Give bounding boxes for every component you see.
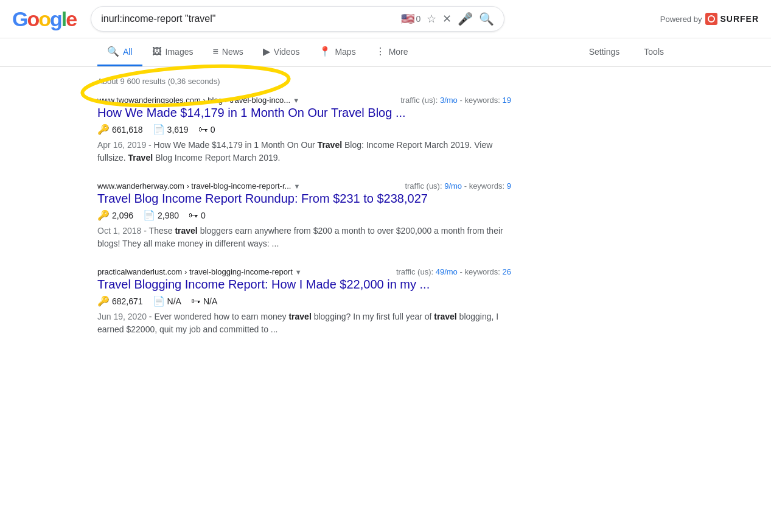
result-url-text-3: practicalwanderlust.com › travel-bloggin…	[97, 267, 293, 276]
result-item-1: www.twowanderingsoles.com › blog › trave…	[97, 96, 511, 164]
surfer-text: SURFER	[720, 14, 759, 24]
tab-tools[interactable]: Tools	[634, 40, 674, 66]
metric-keywords-3: 🗝 N/A	[191, 296, 217, 307]
search-icon: 🔍	[107, 46, 119, 57]
surfer-icon-inner	[708, 15, 715, 23]
result-metrics-3: 🔑 682,671 📄 N/A 🗝 N/A	[97, 295, 511, 307]
result-keywords-link-3[interactable]: 26	[503, 267, 511, 276]
result-url-text-2: www.wanderherway.com › travel-blog-incom…	[97, 181, 291, 191]
result-snippet-2: Oct 1, 2018 - These travel bloggers earn…	[97, 225, 511, 250]
metric-keywords-1: 🗝 0	[198, 124, 215, 135]
tab-news[interactable]: ≡ News	[203, 39, 253, 66]
tab-settings[interactable]: Settings	[579, 40, 630, 66]
result-traffic-link-3[interactable]: 49/mo	[436, 267, 458, 276]
flag-count: 0	[416, 14, 420, 24]
tab-images[interactable]: 🖼 Images	[142, 39, 203, 66]
header: Google 🇺🇸 0 ☆ ✕ 🎤 🔍 Powered by SURFER	[0, 0, 771, 38]
tab-maps[interactable]: 📍 Maps	[309, 38, 365, 66]
golden-key-icon-3: 🗝	[191, 296, 201, 307]
metric-pages-3: 📄 N/A	[153, 295, 181, 307]
tab-all[interactable]: 🔍 All	[97, 38, 142, 66]
key-icon-2: 🔑	[97, 209, 110, 221]
pages-icon-1: 📄	[153, 124, 165, 135]
result-url-chevron-3[interactable]: ▼	[295, 268, 302, 276]
result-traffic-link-1[interactable]: 3/mo	[440, 96, 458, 105]
search-bar: 🇺🇸 0 ☆ ✕ 🎤 🔍	[91, 6, 504, 32]
metric-vol-value-3: 682,671	[112, 296, 143, 306]
result-url-3: practicalwanderlust.com › travel-bloggin…	[97, 267, 302, 276]
search-bar-wrapper: 🇺🇸 0 ☆ ✕ 🎤 🔍	[91, 6, 504, 32]
us-flag-icon: 🇺🇸	[401, 12, 414, 26]
metric-keywords-value-1: 0	[211, 125, 215, 135]
result-metrics-2: 🔑 2,096 📄 2,980 🗝 0	[97, 209, 511, 221]
result-traffic-2: traffic (us): 9/mo - keywords: 9	[405, 181, 511, 191]
images-icon: 🖼	[152, 46, 162, 57]
powered-by-surfer: Powered by SURFER	[660, 13, 759, 25]
surfer-logo: SURFER	[705, 13, 759, 25]
tab-more[interactable]: ⋮ More	[366, 38, 418, 66]
metric-vol-value-2: 2,096	[112, 211, 133, 220]
tab-maps-label: Maps	[335, 47, 355, 57]
tab-more-label: More	[389, 47, 408, 57]
metric-search-vol-2: 🔑 2,096	[97, 209, 133, 221]
result-url-chevron-1[interactable]: ▼	[293, 97, 299, 104]
result-snippet-1: Apr 16, 2019 - How We Made $14,179 in 1 …	[97, 139, 511, 164]
result-item-2: www.wanderherway.com › travel-blog-incom…	[97, 181, 511, 250]
metric-pages-2: 📄 2,980	[143, 209, 179, 221]
flag-badge: 🇺🇸 0	[401, 12, 420, 26]
result-metrics-1: 🔑 661,618 📄 3,619 🗝 0	[97, 124, 511, 135]
result-url-2: www.wanderherway.com › travel-blog-incom…	[97, 181, 300, 191]
metric-vol-value-1: 661,618	[112, 125, 143, 135]
search-bar-icons: 🇺🇸 0 ☆ ✕ 🎤 🔍	[401, 12, 494, 26]
clear-button[interactable]: ✕	[442, 12, 452, 26]
result-traffic-3: traffic (us): 49/mo - keywords: 26	[396, 267, 511, 276]
surfer-icon	[705, 13, 717, 25]
key-icon-1: 🔑	[97, 124, 110, 135]
result-title-3[interactable]: Travel Blogging Income Report: How I Mad…	[97, 278, 511, 292]
maps-icon: 📍	[319, 46, 331, 57]
powered-by-label: Powered by	[660, 15, 702, 24]
tab-news-label: News	[222, 47, 243, 57]
result-url-line-1: www.twowanderingsoles.com › blog › trave…	[97, 96, 511, 105]
metric-search-vol-1: 🔑 661,618	[97, 124, 143, 135]
result-keywords-link-1[interactable]: 19	[503, 96, 511, 105]
result-snippet-3: Jun 19, 2020 - Ever wondered how to earn…	[97, 310, 511, 336]
results-count-wrapper: About 9 600 results (0,36 seconds)	[97, 77, 511, 86]
bookmark-button[interactable]: ☆	[427, 12, 436, 26]
result-traffic-1: traffic (us): 3/mo - keywords: 19	[400, 96, 511, 105]
search-input[interactable]	[101, 13, 396, 24]
result-keywords-link-2[interactable]: 9	[507, 181, 511, 191]
tools-label: Tools	[644, 47, 664, 57]
result-url-1: www.twowanderingsoles.com › blog › trave…	[97, 96, 299, 105]
news-icon: ≡	[212, 46, 218, 57]
metric-search-vol-3: 🔑 682,671	[97, 295, 143, 307]
result-traffic-link-2[interactable]: 9/mo	[444, 181, 462, 191]
metric-pages-value-3: N/A	[167, 296, 181, 306]
tab-videos[interactable]: ▶ Videos	[253, 38, 310, 66]
nav-tabs: 🔍 All 🖼 Images ≡ News ▶ Videos 📍 Maps ⋮ …	[0, 38, 771, 67]
result-item-3: practicalwanderlust.com › travel-bloggin…	[97, 267, 511, 336]
tab-all-label: All	[123, 47, 133, 57]
results-count-text: About 9 600 results (0,36 seconds)	[97, 77, 220, 86]
result-url-text-1: www.twowanderingsoles.com › blog › trave…	[97, 96, 290, 105]
results-area: About 9 600 results (0,36 seconds) www.t…	[0, 67, 609, 336]
pages-icon-2: 📄	[143, 209, 155, 221]
result-title-2[interactable]: Travel Blog Income Report Roundup: From …	[97, 192, 511, 206]
search-button[interactable]: 🔍	[479, 12, 494, 26]
result-url-line-3: practicalwanderlust.com › travel-bloggin…	[97, 267, 511, 276]
metric-keywords-2: 🗝 0	[189, 210, 206, 221]
settings-label: Settings	[589, 47, 620, 57]
microphone-button[interactable]: 🎤	[458, 12, 473, 26]
result-url-line-2: www.wanderherway.com › travel-blog-incom…	[97, 181, 511, 191]
more-icon: ⋮	[375, 46, 385, 57]
golden-key-icon-1: 🗝	[198, 124, 208, 135]
metric-keywords-value-3: N/A	[203, 296, 217, 306]
metric-pages-value-1: 3,619	[167, 125, 189, 135]
metric-pages-value-2: 2,980	[158, 211, 179, 220]
result-title-1[interactable]: How We Made $14,179 in 1 Month On Our Tr…	[97, 106, 511, 120]
key-icon-3: 🔑	[97, 295, 110, 307]
metric-keywords-value-2: 0	[201, 211, 206, 220]
videos-icon: ▶	[263, 46, 270, 57]
pages-icon-3: 📄	[153, 295, 165, 307]
result-url-chevron-2[interactable]: ▼	[293, 183, 300, 190]
